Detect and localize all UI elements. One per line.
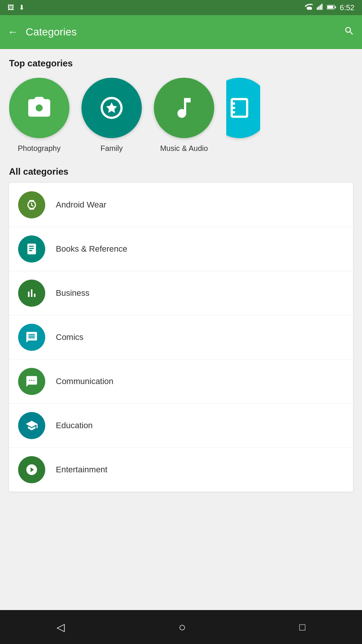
nav-home-button[interactable]: ○ [178, 620, 186, 634]
music-icon [171, 95, 197, 121]
books-icon-circle [18, 235, 45, 263]
business-icon-circle [18, 280, 45, 307]
image-icon: 🖼 [8, 4, 14, 12]
education-icon-circle [18, 412, 45, 439]
entertainment-icon [226, 95, 253, 121]
family-circle [81, 78, 142, 138]
page-title: Categories [26, 26, 77, 38]
list-item-entertainment[interactable]: Entertainment [9, 448, 353, 492]
status-icons-left: 🖼 ⬇ [8, 3, 25, 12]
entertainment-list-icon-circle [18, 456, 45, 483]
status-icons-right: 6:52 [304, 3, 354, 12]
svg-rect-0 [317, 7, 318, 9]
wifi-icon [304, 4, 313, 12]
back-button[interactable]: ← [8, 26, 18, 38]
books-label: Books & Reference [56, 244, 127, 254]
svg-rect-5 [327, 6, 333, 9]
top-categories-scroll: Photography Family Music & Audio [9, 78, 353, 153]
comics-icon-circle [18, 324, 45, 351]
time-display: 6:52 [340, 3, 354, 12]
comics-label: Comics [56, 332, 83, 342]
category-entertainment-partial[interactable] [226, 78, 260, 153]
signal-icon [316, 4, 323, 12]
nav-recent-button[interactable]: □ [299, 621, 305, 633]
star-face-icon [98, 95, 125, 121]
download-icon: ⬇ [19, 3, 25, 12]
business-label: Business [56, 288, 89, 298]
top-categories-section: Top categories Photography Family [9, 58, 353, 153]
family-label: Family [101, 144, 123, 153]
category-music-audio[interactable]: Music & Audio [154, 78, 214, 153]
list-item-communication[interactable]: Communication [9, 360, 353, 404]
communication-icon [25, 375, 38, 388]
list-item-comics[interactable]: Comics [9, 315, 353, 360]
all-categories-title: All categories [9, 166, 353, 177]
android-wear-label: Android Wear [56, 200, 106, 210]
app-bar: ← Categories [0, 15, 362, 49]
communication-icon-circle [18, 368, 45, 395]
nav-bar: ◁ ○ □ [0, 610, 362, 644]
svg-rect-6 [335, 6, 336, 8]
search-button[interactable] [344, 26, 354, 39]
svg-rect-3 [321, 4, 322, 10]
entertainment-list-icon [25, 463, 38, 476]
nav-back-button[interactable]: ◁ [57, 621, 65, 633]
graduation-icon [25, 419, 38, 432]
camera-icon [26, 95, 52, 121]
entertainment-circle [226, 78, 260, 138]
list-item-education[interactable]: Education [9, 404, 353, 448]
list-item-books-reference[interactable]: Books & Reference [9, 227, 353, 271]
bar-chart-icon [25, 287, 38, 300]
photography-circle [9, 78, 69, 138]
music-label: Music & Audio [160, 144, 208, 153]
all-categories-section: All categories Android Wear Books & [9, 166, 353, 492]
education-label: Education [56, 421, 93, 430]
main-content: Top categories Photography Family [0, 49, 362, 492]
entertainment-list-label: Entertainment [56, 465, 107, 475]
app-bar-left: ← Categories [8, 26, 77, 38]
top-categories-title: Top categories [9, 58, 353, 69]
list-item-business[interactable]: Business [9, 271, 353, 315]
svg-rect-1 [318, 6, 319, 10]
android-wear-icon-circle [18, 191, 45, 218]
battery-icon [327, 4, 336, 12]
chat-bubble-icon [25, 331, 38, 344]
category-photography[interactable]: Photography [9, 78, 69, 153]
list-item-android-wear[interactable]: Android Wear [9, 183, 353, 227]
communication-label: Communication [56, 377, 114, 386]
svg-rect-2 [320, 5, 321, 10]
music-circle [154, 78, 214, 138]
categories-list: Android Wear Books & Reference Bus [9, 183, 353, 492]
book-icon [25, 243, 38, 255]
category-family[interactable]: Family [81, 78, 142, 153]
watch-icon [25, 198, 38, 211]
photography-label: Photography [18, 144, 60, 153]
status-bar: 🖼 ⬇ 6:52 [0, 0, 362, 15]
